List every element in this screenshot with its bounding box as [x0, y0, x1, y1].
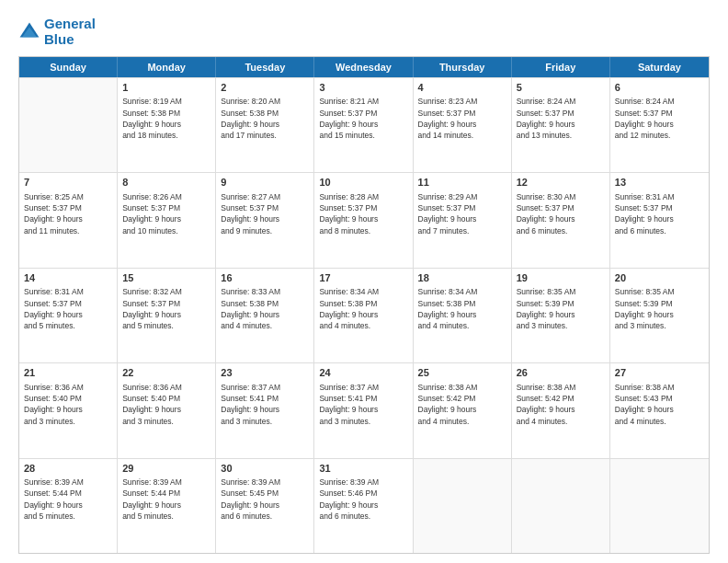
cell-info: Sunrise: 8:28 AM Sunset: 5:37 PM Dayligh… [319, 191, 407, 236]
cell-info: Sunrise: 8:34 AM Sunset: 5:38 PM Dayligh… [418, 286, 506, 331]
day-number: 6 [615, 81, 704, 95]
logo: General Blue [18, 17, 96, 47]
calendar-cell: 27Sunrise: 8:38 AM Sunset: 5:43 PM Dayli… [610, 363, 709, 457]
calendar-cell: 3Sunrise: 8:21 AM Sunset: 5:37 PM Daylig… [314, 78, 413, 172]
calendar-cell: 14Sunrise: 8:31 AM Sunset: 5:37 PM Dayli… [19, 269, 118, 362]
calendar-cell: 13Sunrise: 8:31 AM Sunset: 5:37 PM Dayli… [610, 173, 709, 267]
day-number: 11 [418, 176, 506, 190]
calendar-cell: 30Sunrise: 8:39 AM Sunset: 5:45 PM Dayli… [216, 459, 314, 553]
day-number: 26 [517, 366, 605, 380]
cell-info: Sunrise: 8:31 AM Sunset: 5:37 PM Dayligh… [24, 286, 112, 331]
cell-info: Sunrise: 8:33 AM Sunset: 5:38 PM Dayligh… [221, 286, 309, 331]
calendar-cell: 10Sunrise: 8:28 AM Sunset: 5:37 PM Dayli… [314, 173, 413, 267]
calendar-cell: 29Sunrise: 8:39 AM Sunset: 5:44 PM Dayli… [118, 459, 216, 553]
calendar-cell: 12Sunrise: 8:30 AM Sunset: 5:37 PM Dayli… [512, 173, 610, 267]
calendar-cell [610, 459, 709, 553]
day-number: 16 [221, 271, 309, 285]
calendar-cell: 15Sunrise: 8:32 AM Sunset: 5:37 PM Dayli… [118, 269, 216, 362]
header-day: Thursday [414, 57, 512, 77]
calendar-cell: 31Sunrise: 8:39 AM Sunset: 5:46 PM Dayli… [314, 459, 413, 553]
cell-info: Sunrise: 8:31 AM Sunset: 5:37 PM Dayligh… [615, 191, 704, 236]
calendar-row: 1Sunrise: 8:19 AM Sunset: 5:38 PM Daylig… [19, 77, 709, 172]
page: General Blue SundayMondayTuesdayWednesda… [0, 0, 728, 563]
calendar-cell: 7Sunrise: 8:25 AM Sunset: 5:37 PM Daylig… [19, 173, 118, 267]
header-day: Friday [512, 57, 610, 77]
day-number: 10 [319, 176, 407, 190]
calendar-cell: 19Sunrise: 8:35 AM Sunset: 5:39 PM Dayli… [512, 269, 610, 362]
calendar-cell: 26Sunrise: 8:38 AM Sunset: 5:42 PM Dayli… [512, 363, 610, 457]
cell-info: Sunrise: 8:39 AM Sunset: 5:44 PM Dayligh… [122, 477, 210, 522]
calendar-cell: 21Sunrise: 8:36 AM Sunset: 5:40 PM Dayli… [19, 363, 118, 457]
day-number: 20 [615, 271, 704, 285]
logo-icon [18, 21, 40, 43]
calendar-body: 1Sunrise: 8:19 AM Sunset: 5:38 PM Daylig… [19, 77, 709, 553]
day-number: 12 [517, 176, 605, 190]
day-number: 29 [122, 462, 210, 476]
cell-info: Sunrise: 8:20 AM Sunset: 5:38 PM Dayligh… [221, 96, 309, 141]
calendar-cell: 1Sunrise: 8:19 AM Sunset: 5:38 PM Daylig… [118, 78, 216, 172]
calendar-header: SundayMondayTuesdayWednesdayThursdayFrid… [19, 57, 709, 77]
header-day: Wednesday [314, 57, 413, 77]
calendar-cell [512, 459, 610, 553]
cell-info: Sunrise: 8:38 AM Sunset: 5:42 PM Dayligh… [517, 382, 605, 427]
calendar-cell: 2Sunrise: 8:20 AM Sunset: 5:38 PM Daylig… [216, 78, 314, 172]
cell-info: Sunrise: 8:39 AM Sunset: 5:46 PM Dayligh… [319, 477, 407, 522]
calendar-row: 21Sunrise: 8:36 AM Sunset: 5:40 PM Dayli… [19, 362, 709, 457]
day-number: 22 [122, 366, 210, 380]
calendar-cell: 6Sunrise: 8:24 AM Sunset: 5:37 PM Daylig… [610, 78, 709, 172]
calendar-cell: 20Sunrise: 8:35 AM Sunset: 5:39 PM Dayli… [610, 269, 709, 362]
calendar-cell: 23Sunrise: 8:37 AM Sunset: 5:41 PM Dayli… [216, 363, 314, 457]
calendar-row: 14Sunrise: 8:31 AM Sunset: 5:37 PM Dayli… [19, 268, 709, 362]
cell-info: Sunrise: 8:29 AM Sunset: 5:37 PM Dayligh… [418, 191, 506, 236]
cell-info: Sunrise: 8:34 AM Sunset: 5:38 PM Dayligh… [319, 286, 407, 331]
day-number: 8 [122, 176, 210, 190]
calendar-cell: 17Sunrise: 8:34 AM Sunset: 5:38 PM Dayli… [314, 269, 413, 362]
header-day: Sunday [19, 57, 118, 77]
cell-info: Sunrise: 8:25 AM Sunset: 5:37 PM Dayligh… [24, 191, 112, 236]
day-number: 25 [418, 366, 506, 380]
day-number: 15 [122, 271, 210, 285]
header-day: Tuesday [216, 57, 314, 77]
cell-info: Sunrise: 8:21 AM Sunset: 5:37 PM Dayligh… [319, 96, 407, 141]
day-number: 5 [517, 81, 605, 95]
day-number: 1 [122, 81, 210, 95]
calendar-cell: 22Sunrise: 8:36 AM Sunset: 5:40 PM Dayli… [118, 363, 216, 457]
day-number: 14 [24, 271, 112, 285]
calendar: SundayMondayTuesdayWednesdayThursdayFrid… [18, 56, 710, 554]
cell-info: Sunrise: 8:23 AM Sunset: 5:37 PM Dayligh… [418, 96, 506, 141]
day-number: 21 [24, 366, 112, 380]
calendar-cell: 5Sunrise: 8:24 AM Sunset: 5:37 PM Daylig… [512, 78, 610, 172]
day-number: 3 [319, 81, 407, 95]
header-day: Saturday [610, 57, 709, 77]
calendar-row: 28Sunrise: 8:39 AM Sunset: 5:44 PM Dayli… [19, 458, 709, 553]
cell-info: Sunrise: 8:24 AM Sunset: 5:37 PM Dayligh… [615, 96, 704, 141]
cell-info: Sunrise: 8:27 AM Sunset: 5:37 PM Dayligh… [221, 191, 309, 236]
day-number: 7 [24, 176, 112, 190]
calendar-cell: 4Sunrise: 8:23 AM Sunset: 5:37 PM Daylig… [414, 78, 512, 172]
header-day: Monday [118, 57, 216, 77]
logo-text: General Blue [44, 17, 96, 47]
cell-info: Sunrise: 8:37 AM Sunset: 5:41 PM Dayligh… [319, 382, 407, 427]
cell-info: Sunrise: 8:35 AM Sunset: 5:39 PM Dayligh… [517, 286, 605, 331]
cell-info: Sunrise: 8:39 AM Sunset: 5:44 PM Dayligh… [24, 477, 112, 522]
calendar-cell: 8Sunrise: 8:26 AM Sunset: 5:37 PM Daylig… [118, 173, 216, 267]
calendar-row: 7Sunrise: 8:25 AM Sunset: 5:37 PM Daylig… [19, 172, 709, 267]
calendar-cell: 25Sunrise: 8:38 AM Sunset: 5:42 PM Dayli… [414, 363, 512, 457]
cell-info: Sunrise: 8:38 AM Sunset: 5:42 PM Dayligh… [418, 382, 506, 427]
cell-info: Sunrise: 8:39 AM Sunset: 5:45 PM Dayligh… [221, 477, 309, 522]
day-number: 17 [319, 271, 407, 285]
day-number: 23 [221, 366, 309, 380]
day-number: 31 [319, 462, 407, 476]
calendar-cell [19, 78, 118, 172]
calendar-cell [414, 459, 512, 553]
header: General Blue [18, 17, 710, 47]
day-number: 27 [615, 366, 704, 380]
day-number: 13 [615, 176, 704, 190]
cell-info: Sunrise: 8:30 AM Sunset: 5:37 PM Dayligh… [517, 191, 605, 236]
cell-info: Sunrise: 8:26 AM Sunset: 5:37 PM Dayligh… [122, 191, 210, 236]
day-number: 24 [319, 366, 407, 380]
cell-info: Sunrise: 8:32 AM Sunset: 5:37 PM Dayligh… [122, 286, 210, 331]
calendar-cell: 11Sunrise: 8:29 AM Sunset: 5:37 PM Dayli… [414, 173, 512, 267]
day-number: 18 [418, 271, 506, 285]
calendar-cell: 28Sunrise: 8:39 AM Sunset: 5:44 PM Dayli… [19, 459, 118, 553]
